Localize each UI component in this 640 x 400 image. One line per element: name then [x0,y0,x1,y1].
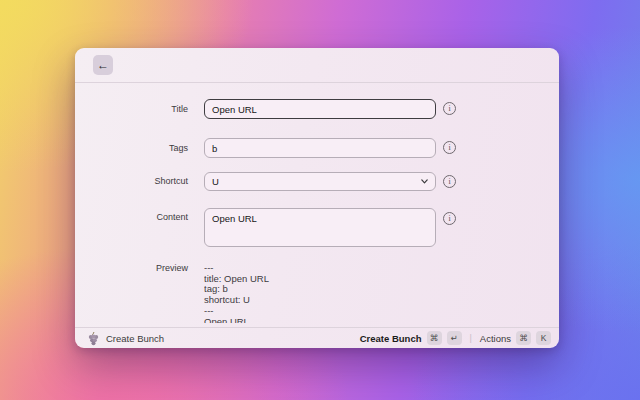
cmd-keycap: ⌘ [427,331,442,345]
shortcut-combobox[interactable] [204,172,436,191]
tags-input[interactable] [204,138,436,158]
content-label: Content [75,208,188,226]
preview-line: shortcut: U [204,295,454,306]
content-textarea[interactable] [204,208,436,247]
grapes-icon [87,331,100,346]
preview-line: --- [204,306,454,317]
preview-line: Open URL [204,317,454,323]
create-bunch-window: ← Title i Tags i Shortcut i Content i Pr… [75,48,559,348]
preview-text: --- title: Open URL tag: b shortcut: U -… [204,263,454,323]
toolbar-app-label: Create Bunch [106,333,164,344]
return-keycap: ↵ [447,331,462,345]
desktop-background: ← Title i Tags i Shortcut i Content i Pr… [0,0,640,400]
title-info-icon[interactable]: i [443,102,456,115]
tags-info-icon[interactable]: i [443,141,456,154]
tags-label: Tags [75,138,188,158]
title-label: Title [75,99,188,119]
shortcut-label: Shortcut [75,172,188,191]
preview-line: title: Open URL [204,274,454,285]
actions-button[interactable]: Actions [480,333,511,344]
content-info-icon[interactable]: i [443,212,456,225]
create-bunch-button[interactable]: Create Bunch [360,333,422,344]
window-topbar: ← [75,48,559,83]
k-keycap: K [536,331,551,345]
back-arrow-icon: ← [97,58,109,72]
shortcut-info-icon[interactable]: i [443,175,456,188]
back-button[interactable]: ← [93,55,113,75]
window-toolbar: Create Bunch Create Bunch ⌘ ↵ | Actions … [75,327,559,348]
title-input[interactable] [204,99,436,119]
toolbar-separator: | [470,333,472,343]
toolbar-actions-group: Create Bunch ⌘ ↵ | Actions ⌘ K [360,331,551,345]
shortcut-input[interactable] [204,172,436,191]
cmd-keycap: ⌘ [516,331,531,345]
preview-label: Preview [75,263,188,274]
toolbar-app-group: Create Bunch [87,331,164,346]
